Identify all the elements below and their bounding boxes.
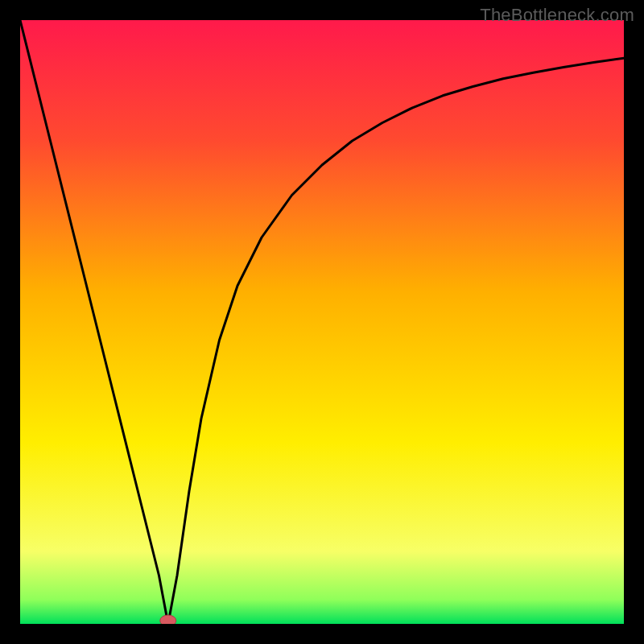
bottleneck-chart xyxy=(20,20,624,624)
chart-frame xyxy=(20,20,624,624)
optimum-marker xyxy=(160,615,176,624)
watermark-text: TheBottleneck.com xyxy=(480,5,634,26)
gradient-background xyxy=(20,20,624,624)
